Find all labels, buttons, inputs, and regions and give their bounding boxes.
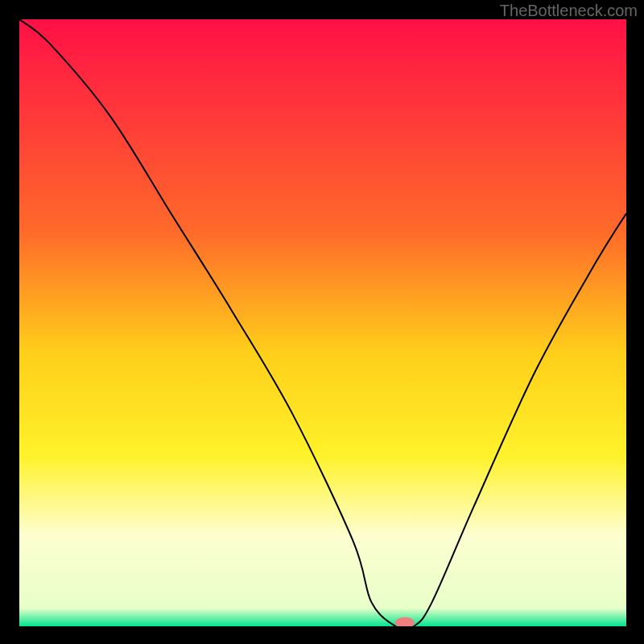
chart-frame: TheBottleneck.com bbox=[0, 0, 644, 644]
bottleneck-chart-svg bbox=[19, 19, 626, 626]
gradient-background bbox=[19, 19, 626, 626]
watermark-text: TheBottleneck.com bbox=[500, 2, 638, 20]
chart-plot-area bbox=[19, 19, 626, 626]
